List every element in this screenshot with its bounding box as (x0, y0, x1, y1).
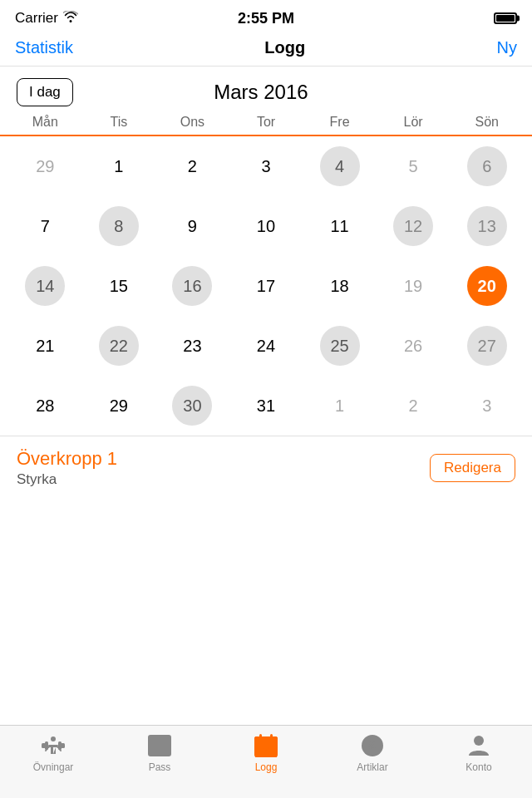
day-header-sat: Lör (377, 115, 451, 130)
calendar-cell[interactable]: 2 (155, 136, 229, 196)
month-title: Mars 2016 (214, 81, 308, 104)
day-number[interactable]: 29 (99, 386, 139, 426)
calendar-cell[interactable]: 3 (450, 376, 524, 436)
calendar-cell[interactable]: 24 (229, 316, 303, 376)
day-headers-row: Mån Tis Ons Tor Fre Lör Sön (0, 115, 532, 136)
calendar-cell[interactable]: 25 (303, 316, 377, 376)
calendar-cell[interactable]: 8 (82, 196, 156, 256)
svg-point-6 (51, 736, 56, 741)
nav-left-button[interactable]: Statistik (15, 38, 73, 57)
day-number[interactable]: 21 (25, 326, 65, 366)
svg-rect-16 (254, 736, 278, 745)
tab-item-pass[interactable]: Pass (126, 732, 193, 773)
day-number[interactable]: 8 (99, 206, 139, 246)
workout-name: Överkropp 1 (17, 448, 117, 470)
day-header-mon: Mån (8, 115, 82, 130)
day-number[interactable]: 6 (467, 146, 507, 186)
tab-item-konto[interactable]: Konto (446, 732, 512, 773)
day-number[interactable]: 24 (246, 326, 286, 366)
day-number[interactable]: 22 (99, 326, 139, 366)
day-number[interactable]: 7 (25, 206, 65, 246)
calendar-cell[interactable]: 17 (229, 256, 303, 316)
day-number[interactable]: 19 (393, 266, 433, 306)
calendar-cell[interactable]: 19 (377, 256, 451, 316)
calendar-cell[interactable]: 30 (155, 376, 229, 436)
day-number[interactable]: 27 (467, 326, 507, 366)
day-number[interactable]: 3 (467, 386, 507, 426)
calendar-cell[interactable]: 20 (450, 256, 524, 316)
tab-item-logg[interactable]: 7 Logg (233, 732, 299, 773)
svg-rect-11 (151, 751, 163, 753)
day-number[interactable]: 3 (246, 146, 286, 186)
battery-icon (494, 12, 517, 24)
day-number[interactable]: 23 (172, 326, 212, 366)
day-number[interactable]: 18 (320, 266, 360, 306)
nav-right-button[interactable]: Ny (497, 38, 517, 57)
day-number[interactable]: 26 (393, 326, 433, 366)
day-number[interactable]: 15 (99, 266, 139, 306)
day-number[interactable]: 1 (320, 386, 360, 426)
calendar-cell[interactable]: 5 (377, 136, 451, 196)
calendar-cell[interactable]: 3 (229, 136, 303, 196)
today-button[interactable]: I dag (17, 78, 73, 106)
calendar-cell[interactable]: 26 (377, 316, 451, 376)
day-number[interactable]: 30 (172, 386, 212, 426)
calendar-cell[interactable]: 1 (82, 136, 156, 196)
calendar-cell[interactable]: 27 (450, 316, 524, 376)
day-header-tue: Tis (82, 115, 156, 130)
calendar-cell[interactable]: 29 (82, 376, 156, 436)
calendar-cell[interactable]: 12 (377, 196, 451, 256)
calendar-cell[interactable]: 23 (155, 316, 229, 376)
calendar-cell[interactable]: 22 (82, 316, 156, 376)
tab-label-konto: Konto (466, 761, 491, 773)
day-number[interactable]: 9 (172, 206, 212, 246)
wifi-icon (63, 10, 78, 27)
day-number[interactable]: 16 (172, 266, 212, 306)
day-number[interactable]: 2 (172, 146, 212, 186)
day-number[interactable]: 31 (246, 386, 286, 426)
calendar-cell[interactable]: 31 (229, 376, 303, 436)
calendar-cell[interactable]: 15 (82, 256, 156, 316)
day-number[interactable]: 20 (467, 266, 507, 306)
day-number[interactable]: 2 (393, 386, 433, 426)
calendar-cell[interactable]: 21 (8, 316, 82, 376)
tab-label-pass: Pass (149, 761, 171, 773)
day-number[interactable]: 29 (25, 146, 65, 186)
calendar-cell[interactable]: 29 (8, 136, 82, 196)
day-number[interactable]: 17 (246, 266, 286, 306)
day-number[interactable]: 5 (393, 146, 433, 186)
calendar-cell[interactable]: 11 (303, 196, 377, 256)
status-battery (494, 12, 517, 24)
day-number[interactable]: 10 (246, 206, 286, 246)
day-number[interactable]: 4 (320, 146, 360, 186)
workout-type: Styrka (17, 471, 117, 488)
edit-button[interactable]: Redigera (430, 454, 515, 482)
calendar-cell[interactable]: 1 (303, 376, 377, 436)
calendar-cell[interactable]: 16 (155, 256, 229, 316)
nav-bar: Statistik Logg Ny (0, 33, 532, 66)
calendar-cell[interactable]: 18 (303, 256, 377, 316)
workout-info: Överkropp 1 Styrka (17, 448, 117, 488)
calendar-cell[interactable]: 10 (229, 196, 303, 256)
calendar-cell[interactable]: 14 (8, 256, 82, 316)
day-header-sun: Sön (450, 115, 524, 130)
list-icon (146, 732, 173, 759)
calendar-cell[interactable]: 2 (377, 376, 451, 436)
day-number[interactable]: 1 (99, 146, 139, 186)
calendar-cell[interactable]: 6 (450, 136, 524, 196)
dumbbell-icon (40, 732, 66, 759)
tab-item-artiklar[interactable]: Artiklar (339, 732, 406, 773)
svg-point-22 (474, 736, 484, 746)
day-number[interactable]: 11 (320, 206, 360, 246)
calendar-cell[interactable]: 4 (303, 136, 377, 196)
calendar-cell[interactable]: 13 (450, 196, 524, 256)
calendar-cell[interactable]: 28 (8, 376, 82, 436)
day-number[interactable]: 28 (25, 386, 65, 426)
day-number[interactable]: 14 (25, 266, 65, 306)
calendar-cell[interactable]: 7 (8, 196, 82, 256)
calendar-cell[interactable]: 9 (155, 196, 229, 256)
day-number[interactable]: 12 (393, 206, 433, 246)
day-number[interactable]: 13 (467, 206, 507, 246)
day-number[interactable]: 25 (320, 326, 360, 366)
tab-item-ovningar[interactable]: Övningar (20, 732, 86, 773)
